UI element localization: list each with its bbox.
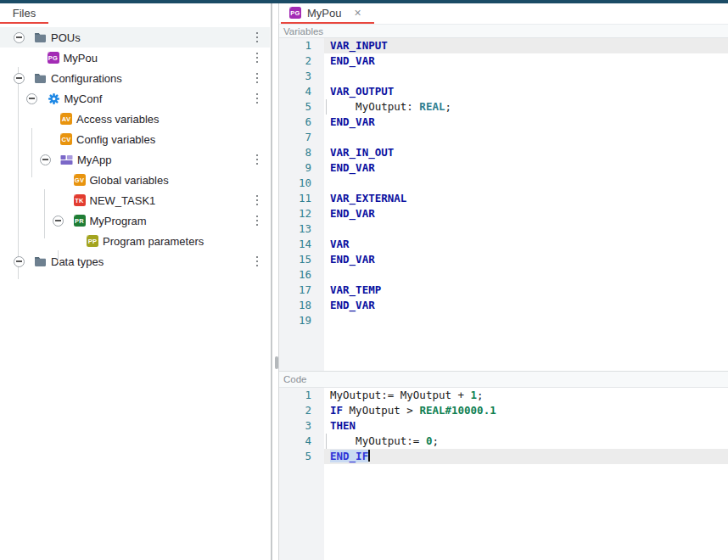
line-number: 7 bbox=[279, 130, 324, 145]
tree-item-program-parameters[interactable]: PPProgram parameters bbox=[0, 231, 270, 251]
line-number: 15 bbox=[279, 252, 324, 267]
editor-panel: PG MyPou × Variables 1VAR_INPUT2END_VAR3… bbox=[278, 3, 728, 560]
pg-file-icon: PG bbox=[289, 7, 301, 19]
editor-line-1[interactable]: 1VAR_INPUT bbox=[279, 38, 728, 53]
tree-item-myprogram[interactable]: PRMyProgram bbox=[0, 210, 270, 231]
editor-line-10[interactable]: 10 bbox=[279, 176, 728, 191]
editor-line-8[interactable]: 8VAR_IN_OUT bbox=[279, 145, 728, 160]
collapse-expander-icon[interactable] bbox=[38, 153, 52, 166]
editor-line-9[interactable]: 9END_VAR bbox=[279, 160, 728, 176]
editor-line-7[interactable]: 7 bbox=[279, 130, 728, 145]
line-content: VAR_INPUT bbox=[324, 38, 728, 53]
editor-line-11[interactable]: 11VAR_EXTERNAL bbox=[279, 191, 728, 206]
editor-line-17[interactable]: 17VAR_TEMP bbox=[279, 283, 728, 298]
line-content bbox=[324, 267, 728, 283]
editor-line-6[interactable]: 6END_VAR bbox=[279, 115, 728, 130]
editor-line-18[interactable]: 18END_VAR bbox=[279, 298, 728, 313]
editor-line-5[interactable]: 5 MyOutput: REAL; bbox=[279, 99, 728, 115]
editor-tabbar: PG MyPou × bbox=[279, 3, 728, 25]
editor-line-4[interactable]: 4VAR_OUTPUT bbox=[279, 84, 728, 99]
tree-connector bbox=[18, 67, 19, 279]
line-number: 8 bbox=[279, 145, 324, 160]
tab-mypou-label: MyPou bbox=[307, 7, 341, 20]
tree-item-myapp[interactable]: MyApp bbox=[0, 149, 270, 170]
sidebar-tabbar: Files bbox=[0, 3, 270, 24]
editor-line-12[interactable]: 12END_VAR bbox=[279, 206, 728, 221]
kebab-menu-icon[interactable] bbox=[252, 92, 262, 105]
variables-section-title: Variables bbox=[283, 26, 323, 36]
variables-editor[interactable]: 1VAR_INPUT2END_VAR34VAR_OUTPUT5 MyOutput… bbox=[279, 38, 728, 371]
tree-connector bbox=[58, 250, 59, 262]
folder-icon bbox=[34, 72, 47, 85]
editor-line-19[interactable]: 19 bbox=[279, 313, 728, 328]
tree-item-config-variables[interactable]: CVConfig variables bbox=[0, 129, 270, 149]
tree-item-label: Data types bbox=[51, 255, 104, 268]
tree-item-pous[interactable]: POUs bbox=[0, 27, 270, 48]
folder-icon bbox=[34, 255, 47, 268]
line-content: VAR bbox=[324, 237, 728, 252]
line-number: 4 bbox=[279, 434, 324, 449]
collapse-expander-icon[interactable] bbox=[52, 214, 65, 227]
splitter-handle[interactable] bbox=[275, 356, 278, 369]
tk-file-icon: TK bbox=[74, 194, 86, 206]
tree-item-global-variables[interactable]: GVGlobal variables bbox=[0, 170, 270, 190]
gear-icon bbox=[48, 92, 60, 105]
editor-line-2[interactable]: 2IF MyOutput > REAL#10000.1 bbox=[279, 403, 728, 418]
tab-files[interactable]: Files bbox=[0, 3, 48, 24]
tree-item-label: MyProgram bbox=[90, 215, 147, 227]
editor-line-2[interactable]: 2END_VAR bbox=[279, 53, 728, 69]
line-number: 5 bbox=[279, 99, 324, 115]
editor-line-15[interactable]: 15END_VAR bbox=[279, 252, 728, 267]
tree-item-data-types[interactable]: Data types bbox=[0, 251, 270, 272]
line-number: 1 bbox=[279, 38, 324, 53]
line-content: END_VAR bbox=[324, 115, 728, 130]
kebab-menu-icon[interactable] bbox=[252, 153, 262, 166]
tree-item-label: MyConf bbox=[64, 92, 103, 105]
pr-file-icon: PR bbox=[74, 215, 86, 227]
editor-line-3[interactable]: 3THEN bbox=[279, 418, 728, 434]
tree-item-new-task1[interactable]: TKNEW_TASK1 bbox=[0, 190, 270, 210]
tree-item-mypou[interactable]: PGMyPou bbox=[0, 48, 270, 68]
tree-item-label: NEW_TASK1 bbox=[90, 194, 156, 207]
editor-line-4[interactable]: 4 MyOutput:= 0; bbox=[279, 434, 728, 449]
tree-item-label: Config variables bbox=[76, 133, 155, 146]
tree-item-label: Global variables bbox=[90, 174, 169, 187]
tree-item-configurations[interactable]: Configurations bbox=[0, 68, 270, 88]
tab-mypou[interactable]: PG MyPou × bbox=[281, 3, 374, 24]
kebab-menu-icon[interactable] bbox=[252, 193, 262, 207]
collapse-expander-icon[interactable] bbox=[12, 71, 25, 85]
line-content: END_VAR bbox=[324, 298, 728, 313]
tab-files-label: Files bbox=[13, 7, 36, 20]
collapse-expander-icon[interactable] bbox=[25, 92, 39, 105]
line-number: 1 bbox=[279, 388, 324, 403]
code-editor[interactable]: 1MyOutput:= MyOutput + 1;2IF MyOutput > … bbox=[279, 388, 728, 560]
line-content: VAR_OUTPUT bbox=[324, 84, 728, 99]
tree-item-myconf[interactable]: MyConf bbox=[0, 88, 270, 109]
editor-line-5[interactable]: 5END_IF bbox=[279, 449, 728, 464]
tree-item-label: Access variables bbox=[76, 113, 160, 126]
indent-guide bbox=[326, 99, 327, 115]
editor-line-14[interactable]: 14VAR bbox=[279, 237, 728, 252]
kebab-menu-icon[interactable] bbox=[252, 71, 262, 85]
collapse-expander-icon[interactable] bbox=[12, 31, 25, 44]
line-content: IF MyOutput > REAL#10000.1 bbox=[324, 403, 728, 418]
line-number: 11 bbox=[279, 191, 324, 206]
kebab-menu-icon[interactable] bbox=[252, 31, 262, 44]
application-icon bbox=[60, 154, 73, 166]
collapse-expander-icon[interactable] bbox=[12, 255, 25, 268]
editor-line-16[interactable]: 16 bbox=[279, 267, 728, 283]
editor-line-3[interactable]: 3 bbox=[279, 69, 728, 84]
line-content: END_VAR bbox=[324, 160, 728, 176]
line-number: 5 bbox=[279, 449, 324, 464]
panel-splitter[interactable] bbox=[271, 3, 272, 560]
kebab-menu-icon[interactable] bbox=[252, 255, 262, 268]
line-number: 6 bbox=[279, 115, 324, 130]
tree-item-access-variables[interactable]: AVAccess variables bbox=[0, 109, 270, 129]
kebab-menu-icon[interactable] bbox=[252, 51, 262, 64]
line-number: 18 bbox=[279, 298, 324, 313]
kebab-menu-icon[interactable] bbox=[252, 214, 262, 227]
line-content: MyOutput:= 0; bbox=[324, 434, 728, 449]
close-icon[interactable]: × bbox=[354, 7, 361, 19]
editor-line-1[interactable]: 1MyOutput:= MyOutput + 1; bbox=[279, 388, 728, 403]
editor-line-13[interactable]: 13 bbox=[279, 221, 728, 237]
